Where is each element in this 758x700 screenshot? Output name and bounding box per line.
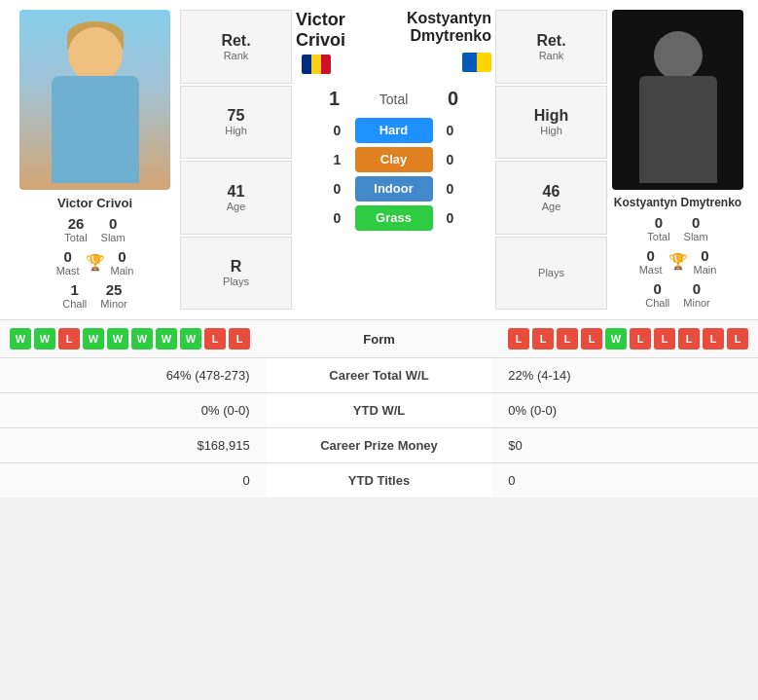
stat-chall-left: 1 Chall [62, 281, 87, 310]
flag-ukraine [462, 53, 491, 72]
right-rank-box: Ret. Rank [495, 10, 607, 84]
form-badge-left: L [229, 328, 250, 350]
player-right: Kostyantyn Dmytrenko 0 Total 0 Slam 0 Ma… [607, 10, 748, 310]
form-badge-right: L [630, 328, 651, 350]
surface-hard-row: 0 Hard 0 [292, 118, 495, 143]
player-left: Victor Crivoi 26 Total 0 Slam 0 Mast 🏆 [10, 10, 180, 310]
form-badge-right: L [727, 328, 748, 350]
form-badge-left: W [156, 328, 177, 350]
stats-label: YTD Titles [266, 463, 493, 498]
stat-total-left: 26 Total [64, 215, 87, 243]
form-badge-right: L [678, 328, 700, 350]
stat-mast-left: 0 Mast [56, 248, 80, 276]
right-plays-box: Plays [495, 237, 607, 311]
player-left-header-name: Victor Crivoi [296, 10, 370, 74]
form-badge-left: W [83, 328, 104, 350]
stat-chall-right: 0 Chall [645, 280, 669, 309]
stat-minor-right: 0 Minor [683, 280, 710, 309]
stats-table-row: $168,915Career Prize Money$0 [0, 428, 758, 463]
form-badge-right: L [581, 328, 602, 350]
stat-slam-right: 0 Slam [684, 214, 708, 242]
stats-table-row: 0% (0-0)YTD W/L0% (0-0) [0, 393, 758, 428]
surfaces-container: 0 Hard 0 1 Clay 0 0 Indoor 0 0 Grass [292, 118, 495, 231]
form-label: Form [341, 332, 418, 347]
player-right-trophy-row: 0 Mast 🏆 0 Main [639, 247, 717, 276]
stats-table-row: 64% (478-273)Career Total W/L22% (4-14) [0, 358, 758, 393]
surface-clay-btn[interactable]: Clay [355, 147, 433, 172]
form-badges-left: WWLWWWWWLL [10, 328, 333, 350]
form-badge-right: W [605, 328, 627, 350]
stat-mast-right: 0 Mast [639, 247, 663, 276]
left-high-box: 75 High [180, 86, 292, 160]
player-left-stats-row3: 1 Chall 25 Minor [62, 281, 127, 310]
players-section: Victor Crivoi 26 Total 0 Slam 0 Mast 🏆 [0, 0, 758, 319]
form-badge-left: L [204, 328, 226, 350]
player-right-stats-row3: 0 Chall 0 Minor [645, 280, 710, 309]
player-left-photo [19, 10, 170, 190]
form-badges-right: LLLLWLLLLL [426, 328, 749, 350]
career-stats-table: 64% (478-273)Career Total W/L22% (4-14)0… [0, 357, 758, 497]
left-center-stats: Ret. Rank 75 High 41 Age R Plays [180, 10, 292, 310]
player-left-name: Victor Crivoi [57, 196, 132, 210]
surface-hard-btn[interactable]: Hard [355, 118, 433, 143]
form-section: WWLWWWWWLL Form LLLLWLLLLL [0, 319, 758, 357]
form-badge-left: W [10, 328, 31, 350]
stat-main-left: 0 Main [111, 248, 134, 276]
left-age-box: 41 Age [180, 161, 292, 235]
stats-right-value: 0% (0-0) [492, 393, 758, 428]
form-badge-left: L [58, 328, 80, 350]
surface-indoor-row: 0 Indoor 0 [292, 176, 495, 202]
trophy-icon-right: 🏆 [668, 252, 688, 271]
stats-right-value: 0 [492, 463, 758, 498]
form-badge-right: L [654, 328, 675, 350]
stats-label: Career Total W/L [266, 358, 493, 393]
stat-slam-left: 0 Slam [101, 215, 126, 243]
total-row: 1 Total 0 [292, 80, 495, 114]
surface-indoor-btn[interactable]: Indoor [355, 176, 433, 202]
stats-left-value: $168,915 [0, 428, 266, 463]
stats-right-value: $0 [492, 428, 758, 463]
main-container: Victor Crivoi 26 Total 0 Slam 0 Mast 🏆 [0, 0, 758, 497]
right-age-box: 46 Age [495, 161, 607, 235]
player-right-header-name: Kostyantyn Dmytrenko [370, 10, 491, 72]
surface-clay-row: 1 Clay 0 [292, 147, 495, 172]
left-rank-box: Ret. Rank [180, 10, 292, 84]
right-center-stats: Ret. Rank High High 46 Age Plays [495, 10, 607, 310]
form-badge-right: L [532, 328, 554, 350]
surface-grass-row: 0 Grass 0 [292, 205, 495, 231]
stats-table-row: 0YTD Titles0 [0, 463, 758, 498]
form-badge-left: W [180, 328, 201, 350]
stats-label: YTD W/L [266, 393, 493, 428]
stats-left-value: 64% (478-273) [0, 358, 266, 393]
player-right-name: Kostyantyn Dmytrenko [614, 196, 741, 209]
form-badge-right: L [703, 328, 724, 350]
stat-main-right: 0 Main [694, 247, 717, 276]
flag-romania [302, 55, 331, 74]
stats-right-value: 22% (4-14) [492, 358, 758, 393]
right-high-box: High High [495, 86, 607, 160]
trophy-icon-left: 🏆 [86, 253, 105, 272]
form-badge-left: W [34, 328, 55, 350]
stats-left-value: 0 [0, 463, 266, 498]
form-badge-right: L [508, 328, 529, 350]
stats-label: Career Prize Money [266, 428, 493, 463]
surface-grass-btn[interactable]: Grass [355, 205, 433, 231]
form-badge-left: W [131, 328, 153, 350]
form-badge-left: W [107, 328, 128, 350]
stat-total-right: 0 Total [647, 214, 669, 242]
stats-left-value: 0% (0-0) [0, 393, 266, 428]
player-right-stats-row1: 0 Total 0 Slam [647, 214, 707, 242]
stat-minor-left: 25 Minor [100, 281, 127, 310]
left-plays-box: R Plays [180, 237, 292, 311]
player-right-photo [612, 10, 743, 190]
player-left-trophy-row: 0 Mast 🏆 0 Main [56, 248, 134, 276]
form-badge-right: L [557, 328, 578, 350]
middle-column: Victor Crivoi Kostyantyn Dmytrenko [292, 10, 495, 310]
player-left-stats-row1: 26 Total 0 Slam [64, 215, 125, 243]
